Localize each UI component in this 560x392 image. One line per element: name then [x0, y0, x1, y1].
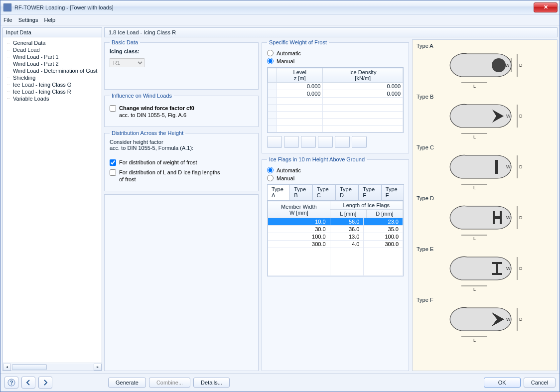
- svg-text:D: D: [519, 266, 523, 271]
- diagram-b: Type B L D W: [417, 94, 553, 140]
- menu-settings[interactable]: Settings: [18, 17, 38, 23]
- svg-text:D: D: [519, 215, 523, 220]
- chk-change-wind-force[interactable]: [110, 105, 116, 112]
- tree-item-ice-r[interactable]: Ice Load - Icing Class R: [4, 88, 101, 95]
- density-table[interactable]: Levelz [m] Ice Density[kN/m] 0.0000.000 …: [267, 67, 404, 133]
- tree-item-shielding[interactable]: Shielding: [4, 74, 101, 81]
- ice-flags-table[interactable]: Member WidthW [mm] Length of Ice Flags L…: [267, 200, 404, 276]
- tree-item-wind-load-1[interactable]: Wind Load - Part 1: [4, 53, 101, 60]
- open-icon[interactable]: [267, 136, 282, 148]
- tab-type-e[interactable]: Type E: [358, 184, 382, 200]
- diagram-e: Type E L D W: [417, 246, 553, 293]
- footer-bar: ? Generate Combine... Details... OK Canc…: [0, 373, 560, 392]
- svg-point-7: [492, 58, 506, 72]
- svg-text:W: W: [506, 114, 511, 119]
- tree-item-general-data[interactable]: General Data: [4, 39, 101, 46]
- svg-text:L: L: [473, 287, 476, 292]
- tab-type-f[interactable]: Type F: [381, 184, 404, 200]
- diagram-c: Type C L D W: [417, 144, 553, 191]
- svg-text:D: D: [519, 317, 523, 322]
- tree-item-ice-g[interactable]: Ice Load - Icing Class G: [4, 81, 101, 88]
- close-button[interactable]: ✕: [534, 2, 558, 12]
- diagram-a: Type A L D W: [417, 43, 553, 90]
- scroll-thumb[interactable]: [12, 364, 47, 370]
- table-row: 30.036.035.0: [268, 226, 403, 233]
- radio-sw-auto[interactable]: [267, 50, 274, 56]
- generate-button[interactable]: Generate: [108, 378, 146, 388]
- tab-type-a[interactable]: Type A: [267, 184, 290, 200]
- radio-if-manual-label: Manual: [277, 175, 294, 181]
- svg-rect-19: [495, 160, 498, 174]
- distribution-intro1: Consider height factor: [110, 139, 253, 145]
- chk-ld-ice-flag[interactable]: [110, 169, 116, 176]
- sidebar-h-scrollbar[interactable]: ◂ ▸: [3, 363, 102, 371]
- distribution-fieldset: Distribution Across the Height Consider …: [104, 130, 259, 191]
- import-icon[interactable]: [301, 136, 316, 148]
- svg-text:W: W: [506, 164, 511, 169]
- help-button[interactable]: ?: [4, 377, 18, 389]
- chk-weight-frost-label: For distribution of weight of frost: [119, 159, 197, 166]
- tree-item-wind-gust[interactable]: Wind Load - Determination of Gust: [4, 67, 101, 74]
- radio-sw-auto-label: Automatic: [277, 50, 301, 56]
- nav-tree: General Data Dead Load Wind Load - Part …: [3, 37, 102, 363]
- table-row: 100.013.0100.0: [268, 233, 403, 241]
- specific-weight-fieldset: Specific Weight of Frost Automatic Manua…: [262, 39, 409, 153]
- sidebar: Input Data General Data Dead Load Wind L…: [2, 27, 102, 371]
- window-title: RF-TOWER Loading - [Tower with loads]: [14, 4, 113, 10]
- tree-item-dead-load[interactable]: Dead Load: [4, 46, 101, 53]
- ice-flags-legend: Ice Flags in 10 m Height Above Ground: [267, 156, 367, 162]
- svg-text:W: W: [506, 215, 511, 220]
- prev-button[interactable]: [21, 377, 35, 389]
- basic-data-legend: Basic Data: [110, 39, 140, 45]
- svg-text:W: W: [506, 317, 511, 322]
- tab-type-b[interactable]: Type B: [289, 184, 313, 200]
- scroll-right-icon[interactable]: ▸: [94, 364, 102, 371]
- svg-text:L: L: [473, 134, 476, 139]
- diagram-d: Type D L D W: [417, 195, 553, 242]
- chk-weight-frost[interactable]: [110, 159, 116, 166]
- chk-ld-ice-flag-label: For distribution of L and D ice flag len…: [119, 169, 220, 183]
- influence-legend: Influence on Wind Loads: [110, 93, 174, 99]
- combine-button[interactable]: Combine...: [149, 378, 190, 388]
- basic-data-fieldset: Basic Data Icing class: R1: [104, 39, 259, 90]
- chk-change-wind-force-label: Change wind force factor cf0 acc. to DIN…: [119, 105, 194, 119]
- cancel-button[interactable]: Cancel: [524, 378, 556, 388]
- page-title: 1.8 Ice Load - Icing Class R: [104, 27, 558, 37]
- svg-text:D: D: [519, 114, 523, 119]
- ok-button[interactable]: OK: [484, 378, 521, 388]
- save-icon[interactable]: [284, 136, 299, 148]
- calculator-icon[interactable]: [352, 136, 367, 148]
- icing-class-select[interactable]: R1: [110, 58, 144, 67]
- radio-sw-manual-label: Manual: [277, 58, 294, 64]
- svg-text:W: W: [505, 63, 510, 68]
- density-toolbar: [267, 136, 404, 148]
- menu-file[interactable]: File: [3, 17, 12, 23]
- menu-help[interactable]: Help: [44, 17, 55, 23]
- svg-text:L: L: [473, 236, 476, 241]
- next-button[interactable]: [38, 377, 52, 389]
- tab-type-d[interactable]: Type D: [335, 184, 359, 200]
- spreadsheet-icon[interactable]: [335, 136, 350, 148]
- ice-flags-tabs: Type A Type B Type C Type D Type E Type …: [267, 184, 404, 276]
- app-icon: [3, 3, 11, 11]
- diagram-f: Type F L D W: [417, 297, 553, 344]
- ice-flags-fieldset: Ice Flags in 10 m Height Above Ground Au…: [262, 156, 409, 371]
- svg-text:?: ?: [10, 380, 13, 386]
- radio-if-manual[interactable]: [267, 175, 274, 181]
- svg-text:L: L: [473, 338, 476, 343]
- tab-type-c[interactable]: Type C: [312, 184, 336, 200]
- tree-item-variable[interactable]: Variable Loads: [4, 95, 101, 102]
- scroll-left-icon[interactable]: ◂: [3, 364, 11, 371]
- svg-text:D: D: [519, 164, 523, 169]
- table-row: 10.056.023.0: [268, 218, 403, 226]
- radio-sw-manual[interactable]: [267, 58, 274, 64]
- main-panel: 1.8 Ice Load - Icing Class R Basic Data …: [104, 27, 558, 371]
- details-button[interactable]: Details...: [193, 378, 230, 388]
- svg-text:D: D: [519, 63, 523, 68]
- radio-if-auto[interactable]: [267, 167, 274, 173]
- app-window: RF-TOWER Loading - [Tower with loads] ✕ …: [0, 0, 560, 392]
- tree-item-wind-load-2[interactable]: Wind Load - Part 2: [4, 60, 101, 67]
- sidebar-header: Input Data: [3, 28, 102, 37]
- export-icon[interactable]: [318, 136, 333, 148]
- table-row: 0.0000.000: [268, 90, 403, 98]
